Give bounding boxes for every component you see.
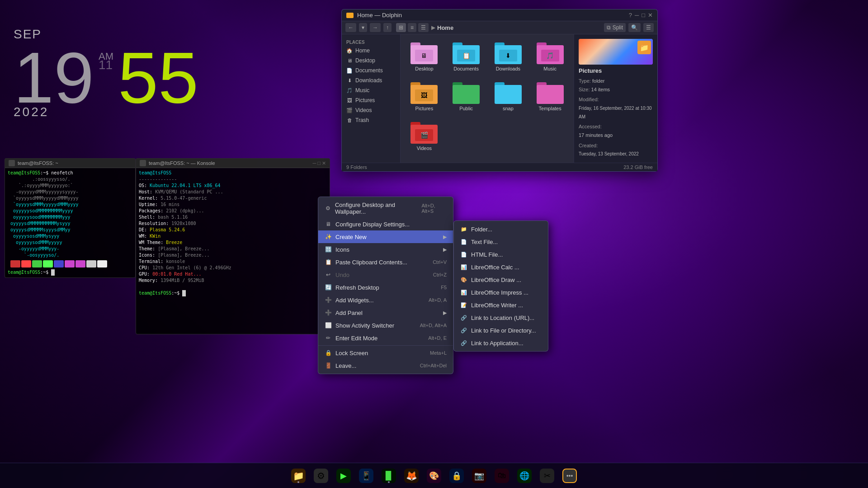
menu-configure-desktop[interactable]: ⚙ Configure Desktop and Wallpaper... Alt… [318,199,453,218]
dolphin-dropdown-btn[interactable]: ▾ [359,23,367,32]
menu-divider-1 [318,345,453,346]
submenu-lo-draw[interactable]: 🎨 LibreOffice Draw ... [454,273,548,286]
menu-add-widgets-left: ➕ Add Widgets... [325,296,374,304]
dolphin-menu-btn[interactable]: ☰ [643,23,654,32]
menu-enter-edit[interactable]: ✏ Enter Edit Mode Alt+D, E [318,332,453,344]
show-activity-shortcut: Alt+D, Alt+A [420,323,447,328]
taskbar-discover[interactable]: 🛍 [492,466,512,486]
menu-undo: ↩ Undo Ctrl+Z [318,268,453,281]
folder-item-public[interactable]: Public [447,79,486,115]
sidebar-item-desktop[interactable]: 🖥 Desktop [342,56,400,66]
dolphin-close-btn[interactable]: ✕ [648,12,653,19]
taskbar-firefox[interactable]: 🦊 [401,466,421,486]
taskbar-terminal[interactable]: ▉ [379,466,399,486]
menu-paste[interactable]: 📋 Paste Clipboard Contents... Ctrl+V [318,256,453,268]
dolphin-detail-view-btn[interactable]: ☰ [418,23,429,32]
submenu-link-url[interactable]: 🔗 Link to Location (URL)... [454,311,548,324]
menu-create-new[interactable]: ✨ Create New ▶ [318,230,453,243]
dolphin-free-space: 23.2 GiB free [623,164,653,170]
submenu-app-label: Link to Application... [471,340,524,347]
taskbar-vault[interactable]: 🔒 [447,466,467,486]
dolphin-max-btn[interactable]: □ [642,12,645,19]
menu-create-new-label: Create New [335,234,367,240]
terminal-right-content[interactable]: team@ItsFOSS -------------- OS: Kubuntu … [136,168,330,298]
submenu-calc-label: LibreOffice Calc ... [471,264,519,271]
taskbar-spectacle[interactable]: 📷 [469,466,489,486]
dolphin-compact-view-btn[interactable]: ≡ [408,23,416,32]
submenu-impress-icon: 📊 [460,289,467,296]
dolphin-back-btn[interactable]: ← [345,23,356,32]
discover-icon: 🛍 [495,469,509,483]
terminal-icon [9,160,15,166]
folder-item-downloads[interactable]: ⬇ Downloads [489,39,528,75]
sidebar-item-trash[interactable]: 🗑 Trash [342,115,400,125]
sidebar-item-videos[interactable]: 🎬 Videos [342,105,400,115]
dolphin-forward-btn[interactable]: → [370,23,381,32]
dolphin-title-area: Home — Dolphin [346,12,402,19]
sidebar-trash-label: Trash [355,117,369,123]
taskbar-overflow[interactable]: ••• [560,466,580,486]
accessed-value: 17 minutes ago [579,132,613,138]
submenu-link-file[interactable]: 🔗 Link to File or Directory... [454,324,548,337]
sidebar-item-documents[interactable]: 📄 Documents [342,66,400,75]
submenu-lo-writer[interactable]: 📝 LibreOffice Writer ... [454,299,548,311]
dolphin-toolbar: ← ▾ → ↑ ⊞ ≡ ☰ ▶ Home ⧉ Split 🔍 ☰ [342,21,657,34]
vault-icon: 🔒 [449,469,464,483]
leave-shortcut: Ctrl+Alt+Del [420,363,447,368]
taskbar-tools[interactable]: ✂ [537,466,557,486]
created-value: Tuesday, 13 September, 2022 [579,151,639,156]
submenu-html-file[interactable]: 📄 HTML File... [454,248,548,261]
taskbar-browser2[interactable]: 🌐 [514,466,534,486]
submenu-folder[interactable]: 📁 Folder... [454,223,548,235]
terminal-konsole[interactable]: team@ItsFOSS: ~ — Konsole ─ □ ✕ team@Its… [136,158,330,334]
folder-item-documents[interactable]: 📋 Documents [447,39,486,75]
undo-icon: ↩ [325,271,332,278]
folder-item-templates[interactable]: Templates [531,79,569,115]
submenu-lo-impress[interactable]: 📊 LibreOffice Impress ... [454,286,548,299]
folder-item-videos[interactable]: 🎬 Videos [405,118,443,155]
folder-item-pictures[interactable]: 🖼 Pictures [405,79,443,115]
menu-show-activity[interactable]: ⬜ Show Activity Switcher Alt+D, Alt+A [318,319,453,332]
menu-undo-label: Undo [335,272,349,278]
configure-display-icon: 🖥 [325,221,332,228]
submenu-text-file[interactable]: 📄 Text File... [454,235,548,248]
menu-refresh[interactable]: 🔄 Refresh Desktop F5 [318,281,453,294]
menu-leave[interactable]: 🚪 Leave... Ctrl+Alt+Del [318,359,453,372]
dolphin-file-area[interactable]: 🖥 Desktop 📋 Documents [401,34,574,163]
menu-configure-display[interactable]: 🖥 Configure Display Settings... [318,218,453,230]
dolphin-min-btn[interactable]: ─ [635,12,639,19]
menu-add-panel[interactable]: ➕ Add Panel ▶ [318,306,453,319]
menu-icons[interactable]: 🔠 Icons ▶ [318,243,453,256]
dolphin-search-btn[interactable]: 🔍 [628,23,641,32]
sidebar-item-pictures[interactable]: 🖼 Pictures [342,95,400,105]
dolphin-up-btn[interactable]: ↑ [383,23,392,32]
taskbar-media[interactable]: ▶ [334,466,354,486]
dolphin-split-btn[interactable]: ⧉ Split [604,23,626,32]
folder-item-snap[interactable]: snap [489,79,528,115]
sidebar-item-downloads[interactable]: ⬇ Downloads [342,75,400,85]
submenu-lo-calc[interactable]: 📊 LibreOffice Calc ... [454,261,548,273]
dolphin-icons-view-btn[interactable]: ⊞ [396,23,406,32]
sidebar-item-music[interactable]: 🎵 Music [342,85,400,95]
sidebar-item-home[interactable]: 🏠 Home [342,46,400,56]
folder-item-music[interactable]: 🎵 Music [531,39,569,75]
create-new-icon: ✨ [325,233,332,240]
menu-lock-screen[interactable]: 🔒 Lock Screen Meta+L [318,347,453,359]
folder-item-desktop[interactable]: 🖥 Desktop [405,39,443,75]
pictures-icon: 🖼 [346,97,353,103]
terminal-left-content[interactable]: team@ItsFOSS:~$ neofetch .:oossyyysso/. … [5,168,135,277]
menu-lock-screen-label: Lock Screen [335,350,368,357]
submenu-folder-label: Folder... [471,226,492,233]
add-panel-icon: ➕ [325,309,332,316]
dolphin-current-path[interactable]: Home [437,24,453,31]
taskbar-kdeconnect[interactable]: 📱 [356,466,376,486]
submenu-link-app[interactable]: 🔗 Link to Application... [454,337,548,349]
taskbar-krita[interactable]: 🎨 [424,466,444,486]
menu-add-widgets[interactable]: ➕ Add Widgets... Alt+D, A [318,294,453,306]
submenu-file-icon: 🔗 [460,327,467,334]
taskbar-terminal-indicator [388,481,390,483]
taskbar-settings[interactable]: ⚙ [311,466,331,486]
firefox-icon: 🦊 [404,469,419,483]
dolphin-help-btn[interactable]: ? [629,12,632,19]
taskbar-files[interactable]: 📁 [288,466,308,486]
